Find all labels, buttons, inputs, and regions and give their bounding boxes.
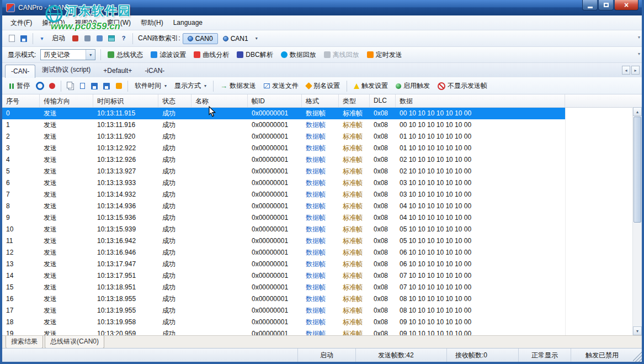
trigger-settings-button[interactable]: 触发设置 bbox=[350, 79, 392, 93]
resize-grip[interactable] bbox=[633, 349, 642, 362]
toolbar-overflow-icon[interactable]: ▾ bbox=[638, 51, 640, 56]
dbc-parse-button[interactable]: DBC解析 bbox=[233, 48, 276, 62]
menu-item[interactable]: Language bbox=[168, 17, 207, 29]
tab-can[interactable]: -CAN- bbox=[5, 65, 35, 78]
connect-button[interactable] bbox=[81, 33, 93, 45]
new-file-button[interactable] bbox=[6, 33, 18, 45]
display-mode-select[interactable]: 历史记录 ▾ bbox=[40, 49, 95, 60]
table-row[interactable]: 0 发送 10:13:11.915 成功 0x00000001 数据帧 标准帧 … bbox=[2, 108, 565, 119]
can0-button[interactable]: CAN0 bbox=[183, 33, 218, 44]
column-header[interactable]: 类型 bbox=[339, 94, 370, 107]
highlight-button[interactable] bbox=[113, 80, 125, 92]
menu-item[interactable]: 窗口(W) bbox=[102, 16, 136, 30]
cell-name bbox=[191, 305, 248, 316]
tab-bus-errors[interactable]: 总线错误(CAN0) bbox=[45, 336, 104, 349]
menu-item[interactable]: 帮助(H) bbox=[136, 16, 168, 30]
chevron-down-icon: ▾ bbox=[204, 83, 206, 88]
table-row[interactable]: 1 发送 10:13:11.916 成功 0x00000001 数据帧 标准帧 … bbox=[2, 119, 565, 131]
table-row[interactable]: 9 发送 10:13:15.936 成功 0x00000001 数据帧 标准帧 … bbox=[2, 212, 565, 224]
display-style-dropdown[interactable]: 显示方式 ▾ bbox=[171, 79, 210, 93]
cell-dlc: 0x08 bbox=[370, 316, 396, 328]
tab-test-protocol[interactable]: 测试协议 (script) bbox=[36, 62, 97, 77]
undo-button[interactable]: ▾ bbox=[36, 33, 48, 45]
table-row[interactable]: 11 发送 10:13:16.942 成功 0x00000001 数据帧 标准帧… bbox=[2, 235, 565, 247]
table-row[interactable]: 12 发送 10:13:16.946 成功 0x00000001 数据帧 标准帧… bbox=[2, 247, 565, 259]
column-header[interactable]: DLC bbox=[370, 94, 396, 107]
copy-button[interactable] bbox=[64, 80, 76, 92]
table-row[interactable]: 16 发送 10:13:18.955 成功 0x00000001 数据帧 标准帧… bbox=[2, 293, 565, 305]
start-button[interactable]: 启动 bbox=[48, 31, 69, 45]
library-button[interactable] bbox=[105, 33, 118, 45]
enable-trigger-button[interactable]: 启用触发 bbox=[392, 79, 434, 93]
offline-replay-button[interactable]: 离线回放 bbox=[320, 48, 363, 62]
data-replay-button[interactable]: 数据回放 bbox=[277, 48, 320, 62]
tab-default[interactable]: +Default+ bbox=[97, 64, 138, 77]
alias-settings-button[interactable]: 别名设置 bbox=[302, 79, 344, 93]
maximize-button[interactable] bbox=[598, 0, 614, 10]
table-row[interactable]: 2 发送 10:13:11.920 成功 0x00000001 数据帧 标准帧 … bbox=[2, 131, 565, 143]
table-row[interactable]: 15 发送 10:13:18.951 成功 0x00000001 数据帧 标准帧… bbox=[2, 282, 565, 293]
column-header[interactable]: 格式 bbox=[302, 94, 339, 107]
combo-dropdown-icon[interactable]: ▾ bbox=[86, 50, 95, 60]
curve-analysis-button[interactable]: 曲线分析 bbox=[190, 48, 233, 62]
column-header[interactable]: 名称 bbox=[191, 94, 248, 107]
save-list-button[interactable] bbox=[88, 80, 100, 92]
software-time-dropdown[interactable]: 软件时间 ▾ bbox=[131, 79, 171, 93]
device-settings-button[interactable] bbox=[93, 33, 105, 45]
scroll-down-button[interactable]: ▾ bbox=[633, 326, 642, 335]
column-header[interactable]: 状态 bbox=[158, 94, 191, 107]
data-send-button[interactable]: → 数据发送 bbox=[216, 79, 260, 93]
tab-ican[interactable]: -iCAN- bbox=[139, 64, 171, 77]
cell-sequence: 13 bbox=[2, 259, 40, 270]
save-button[interactable] bbox=[18, 33, 30, 45]
minimize-button[interactable] bbox=[582, 0, 598, 10]
toolbar-overflow-icon[interactable]: ▾ bbox=[638, 35, 640, 40]
table-scrollbar[interactable]: ▴ ▾ bbox=[632, 107, 642, 335]
table-row[interactable]: 6 发送 10:13:13.933 成功 0x00000001 数据帧 标准帧 … bbox=[2, 177, 565, 189]
table-row[interactable]: 17 发送 10:13:19.955 成功 0x00000001 数据帧 标准帧… bbox=[2, 305, 565, 316]
pause-button[interactable]: 暂停 bbox=[6, 79, 34, 93]
view-data-button[interactable] bbox=[76, 80, 88, 92]
bus-status-button[interactable]: 总线状态 bbox=[104, 48, 147, 62]
table-row[interactable]: 18 发送 10:13:19.958 成功 0x00000001 数据帧 标准帧… bbox=[2, 316, 565, 328]
send-file-button[interactable]: 发送文件 bbox=[260, 79, 302, 93]
table-row[interactable]: 4 发送 10:13:12.926 成功 0x00000001 数据帧 标准帧 … bbox=[2, 154, 565, 166]
tab-scroll-right-button[interactable]: ▸ bbox=[631, 66, 640, 75]
table-row[interactable]: 19 发送 10:13:20.959 成功 0x00000001 数据帧 标准帧… bbox=[2, 328, 565, 335]
menu-item[interactable]: 文件(F) bbox=[6, 16, 37, 30]
save-all-button[interactable] bbox=[100, 80, 113, 92]
table-row[interactable]: 10 发送 10:13:15.939 成功 0x00000001 数据帧 标准帧… bbox=[2, 224, 565, 235]
titlebar[interactable]: CANPro - [-CAN-] × bbox=[2, 0, 642, 15]
table-row[interactable]: 7 发送 10:13:14.932 成功 0x00000001 数据帧 标准帧 … bbox=[2, 189, 565, 201]
column-header[interactable]: 序号 bbox=[2, 94, 40, 107]
can-channel-dropdown-button[interactable]: ▾ bbox=[253, 34, 260, 43]
timed-send-button[interactable]: 定时发送 bbox=[363, 48, 406, 62]
column-header[interactable]: 数据 bbox=[396, 94, 565, 107]
table-row[interactable]: 14 发送 10:13:17.951 成功 0x00000001 数据帧 标准帧… bbox=[2, 270, 565, 282]
help-wizard-button[interactable]: ? bbox=[118, 33, 130, 45]
cell-type: 标准帧 bbox=[339, 293, 370, 305]
tab-search-results[interactable]: 搜索结果 bbox=[6, 336, 43, 349]
scrollbar-thumb[interactable] bbox=[634, 117, 641, 223]
tab-scroll-left-button[interactable]: ◂ bbox=[622, 66, 630, 75]
menu-item[interactable]: 操作(O) bbox=[37, 16, 70, 30]
hide-sent-frames-button[interactable]: 不显示发送帧 bbox=[434, 79, 491, 93]
refresh-button[interactable] bbox=[34, 80, 46, 92]
scroll-up-button[interactable]: ▴ bbox=[633, 107, 642, 116]
menu-item[interactable]: 视图(V) bbox=[70, 16, 102, 30]
cell-data: 08 10 10 10 10 10 10 00 bbox=[396, 305, 565, 316]
table-row[interactable]: 13 发送 10:13:17.947 成功 0x00000001 数据帧 标准帧… bbox=[2, 259, 565, 270]
record-button[interactable] bbox=[46, 80, 58, 92]
table-row[interactable]: 3 发送 10:13:12.922 成功 0x00000001 数据帧 标准帧 … bbox=[2, 143, 565, 154]
can1-button[interactable]: CAN1 bbox=[218, 33, 253, 44]
filter-settings-button[interactable]: 滤波设置 bbox=[147, 48, 190, 62]
stop-button[interactable] bbox=[69, 33, 81, 45]
table-row[interactable]: 8 发送 10:13:14.936 成功 0x00000001 数据帧 标准帧 … bbox=[2, 201, 565, 212]
close-button[interactable]: × bbox=[614, 0, 638, 10]
cell-timestamp: 10:13:20.959 bbox=[93, 328, 158, 335]
column-header[interactable]: 时间标识 bbox=[93, 94, 158, 107]
table-row[interactable]: 5 发送 10:13:13.927 成功 0x00000001 数据帧 标准帧 … bbox=[2, 166, 565, 177]
toolbar-button-icon bbox=[237, 51, 243, 58]
column-header[interactable]: 传输方向 bbox=[40, 94, 93, 107]
column-header[interactable]: 帧ID bbox=[248, 94, 302, 107]
